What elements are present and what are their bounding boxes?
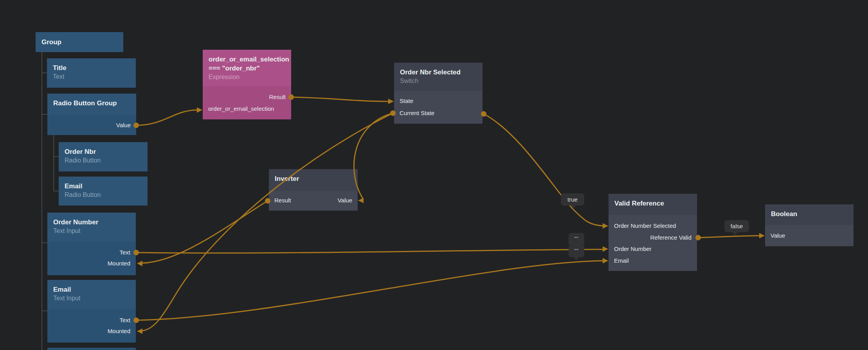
badge-pointer: [573, 257, 579, 261]
arrow-valid-ref-order-number-input[interactable]: [603, 246, 608, 252]
badge-label: "": [574, 248, 579, 254]
port-value-input[interactable]: Value: [338, 195, 352, 206]
wire-inverter-result-to-order-number-mounted[interactable]: [142, 201, 268, 263]
port-email-input[interactable]: Email: [609, 255, 697, 266]
node-title-line1: order_or_email_selection: [209, 55, 285, 64]
node-subtitle: Text Input: [53, 294, 130, 302]
node-radio-button-group[interactable]: Radio Button Group Value: [47, 94, 136, 135]
badge-pointer: [571, 205, 576, 209]
wire-value-badge-false: false: [724, 220, 749, 232]
arrow-switch-state-input[interactable]: [388, 99, 394, 104]
node-title: Order Number: [53, 218, 130, 227]
node-title-text[interactable]: Title Text: [47, 58, 136, 88]
arrow-email-mounted-input[interactable]: [137, 328, 142, 334]
node-inverter[interactable]: Inverter Result Value: [269, 169, 358, 211]
wire-reference-valid-to-boolean-value[interactable]: [698, 236, 760, 238]
node-header: Group: [36, 32, 123, 52]
node-subtitle: Expression: [209, 73, 285, 81]
node-header: Email Radio Button: [59, 177, 148, 206]
node-boolean[interactable]: Boolean Value: [765, 204, 854, 246]
node-partially-visible[interactable]: [47, 348, 136, 350]
node-order-nbr-selected-switch[interactable]: Order Nbr Selected Switch State Current …: [394, 63, 483, 124]
node-subtitle: Radio Button: [65, 191, 142, 199]
node-title: Group: [41, 38, 117, 47]
wire-current-state-to-email-mounted[interactable]: [142, 113, 393, 331]
port-current-state-output[interactable]: Current State: [394, 108, 483, 119]
badge-label: "": [574, 236, 579, 242]
node-title: Order Nbr: [65, 147, 142, 156]
node-order-nbr-radio-button[interactable]: Order Nbr Radio Button: [59, 142, 148, 171]
badge-label: true: [567, 196, 578, 203]
arrow-inverter-value-input[interactable]: [358, 198, 364, 203]
node-title: Valid Reference: [614, 199, 691, 208]
port-value-output[interactable]: Value: [47, 120, 136, 131]
port-result-output[interactable]: Result: [203, 92, 291, 103]
arrow-order-number-mounted-input[interactable]: [137, 261, 142, 266]
node-header: Order Nbr Radio Button: [59, 142, 148, 171]
node-header: Inverter: [269, 169, 358, 191]
port-text-output[interactable]: Text: [47, 315, 136, 326]
node-title-line2: === "order_nbr": [209, 64, 285, 73]
port-selection-input[interactable]: order_or_email_selection: [203, 103, 291, 114]
port-result-output[interactable]: Result: [274, 195, 291, 206]
node-header: Order Number Text Input: [47, 213, 136, 242]
node-valid-reference[interactable]: Valid Reference Order Number Selected Re…: [609, 194, 697, 271]
node-header: Title Text: [47, 58, 136, 88]
node-header: Email Text Input: [47, 280, 136, 309]
node-header: Radio Button Group: [47, 94, 136, 115]
port-state-input[interactable]: State: [394, 96, 483, 106]
arrow-boolean-value-input[interactable]: [759, 233, 765, 238]
wire-value-badge-order-number: "": [569, 233, 584, 245]
node-header: Boolean: [765, 204, 854, 225]
node-title: Boolean: [771, 209, 848, 218]
node-title: Radio Button Group: [53, 99, 130, 108]
arrow-order-number-selected-input[interactable]: [603, 223, 608, 229]
wire-value-badge-true: true: [561, 193, 584, 206]
wire-email-text-to-valid-reference[interactable]: [136, 261, 603, 320]
wire-expression-result-to-switch-state[interactable]: [291, 97, 388, 101]
node-title: Email: [53, 285, 130, 294]
arrow-expression-input[interactable]: [197, 107, 202, 113]
node-title: Inverter: [275, 174, 352, 183]
wire-current-state-to-inverter-value[interactable]: [354, 113, 393, 199]
node-subtitle: Switch: [400, 77, 477, 85]
node-header: Valid Reference: [609, 194, 697, 215]
port-row: Result Value: [269, 195, 358, 206]
node-subtitle: Text Input: [53, 227, 130, 235]
port-value-input[interactable]: Value: [765, 230, 854, 241]
node-email-text-input[interactable]: Email Text Input Text Mounted: [47, 280, 136, 343]
badge-label: false: [731, 223, 743, 229]
port-reference-valid-output[interactable]: Reference Valid: [609, 232, 697, 243]
node-header: Order Nbr Selected Switch: [394, 63, 483, 91]
node-expression[interactable]: order_or_email_selection === "order_nbr"…: [203, 50, 291, 119]
wire-order-number-text-to-valid-reference[interactable]: [136, 249, 603, 253]
wire-value-badge-email: "": [569, 245, 584, 257]
arrow-valid-ref-email-input[interactable]: [603, 258, 608, 263]
port-text-output[interactable]: Text: [47, 247, 136, 258]
node-order-number-text-input[interactable]: Order Number Text Input Text Mounted: [47, 213, 136, 275]
node-title: Title: [53, 63, 130, 72]
wire-switch-output-to-order-number-selected[interactable]: [484, 114, 603, 226]
node-email-radio-button[interactable]: Email Radio Button: [59, 177, 148, 206]
wire-radio-group-value-to-expression[interactable]: [136, 110, 197, 125]
node-graph-canvas[interactable]: Group Title Text Radio Button Group Valu…: [0, 0, 868, 350]
node-group[interactable]: Group: [36, 32, 123, 52]
badge-pointer: [732, 232, 738, 236]
node-header: order_or_email_selection === "order_nbr"…: [203, 50, 291, 86]
node-subtitle: Radio Button: [65, 156, 142, 164]
port-order-number-input[interactable]: Order Number: [609, 244, 697, 254]
port-order-number-selected-input[interactable]: Order Number Selected: [609, 220, 697, 231]
node-title: Order Nbr Selected: [400, 68, 477, 77]
port-mounted-input[interactable]: Mounted: [47, 326, 136, 337]
node-subtitle: Text: [53, 72, 130, 81]
node-title: Email: [65, 182, 142, 191]
port-mounted-input[interactable]: Mounted: [47, 258, 136, 269]
